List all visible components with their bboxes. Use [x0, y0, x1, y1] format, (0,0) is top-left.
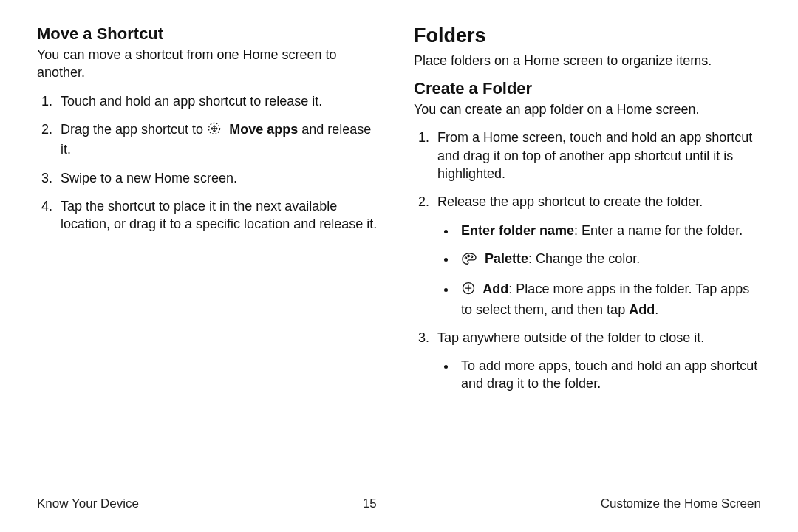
palette-label: Palette	[481, 251, 528, 266]
palette-rest: : Change the color.	[528, 251, 640, 266]
create-step-1: From a Home screen, touch and hold an ap…	[433, 129, 761, 183]
create-step-3: Tap anywhere outside of the folder to cl…	[433, 329, 761, 393]
intro-folders: Place folders on a Home screen to organi…	[414, 52, 761, 69]
add-tail-bold: Add	[629, 302, 655, 317]
add-tail-end: .	[655, 302, 658, 317]
steps-create-folder: From a Home screen, touch and hold an ap…	[414, 129, 761, 392]
heading-create-folder: Create a Folder	[414, 80, 761, 98]
move-step-3: Swipe to a new Home screen.	[56, 169, 384, 187]
svg-point-2	[468, 255, 469, 256]
move-step-4: Tap the shortcut to place it in the next…	[56, 197, 384, 233]
intro-move-shortcut: You can move a shortcut from one Home sc…	[37, 46, 384, 82]
page-root: Move a Shortcut You can move a shortcut …	[0, 0, 798, 532]
move-step-1: Touch and hold an app shortcut to releas…	[56, 92, 384, 110]
create-step-3-sub: To add more apps, touch and hold an app …	[457, 357, 761, 393]
right-column: Folders Place folders on a Home screen t…	[414, 25, 761, 489]
add-icon	[461, 281, 476, 300]
bullet-add: Add: Place more apps in the folder. Tap …	[457, 280, 761, 318]
move-apps-label: Move apps	[225, 122, 298, 137]
footer-left: Know Your Device	[37, 497, 139, 511]
add-label: Add	[480, 282, 508, 296]
palette-icon	[461, 252, 477, 270]
steps-move-shortcut: Touch and hold an app shortcut to releas…	[37, 92, 384, 233]
left-column: Move a Shortcut You can move a shortcut …	[37, 25, 384, 489]
create-step-2-bullets: Enter folder name: Enter a name for the …	[437, 222, 761, 318]
heading-folders: Folders	[414, 25, 761, 47]
svg-point-3	[471, 256, 472, 257]
heading-move-shortcut: Move a Shortcut	[37, 25, 384, 43]
move-step-2-pre: Drag the app shortcut to	[61, 122, 207, 137]
footer-right: Customize the Home Screen	[601, 497, 761, 511]
create-step-3-bullets: To add more apps, touch and hold an app …	[437, 357, 761, 393]
bullet-palette: Palette: Change the color.	[457, 250, 761, 270]
enter-folder-name-rest: : Enter a name for the folder.	[574, 223, 743, 238]
footer-page-number: 15	[363, 497, 377, 511]
page-footer: Know Your Device 15 Customize the Home S…	[37, 489, 761, 511]
move-step-2: Drag the app shortcut to Move apps and r…	[56, 120, 384, 159]
enter-folder-name-label: Enter folder name	[461, 223, 574, 238]
svg-point-1	[465, 257, 466, 259]
two-column-layout: Move a Shortcut You can move a shortcut …	[37, 25, 761, 489]
bullet-enter-folder-name: Enter folder name: Enter a name for the …	[457, 222, 761, 239]
create-step-2: Release the app shortcut to create the f…	[433, 193, 761, 318]
move-apps-icon	[207, 121, 222, 140]
intro-create-folder: You can create an app folder on a Home s…	[414, 100, 761, 118]
